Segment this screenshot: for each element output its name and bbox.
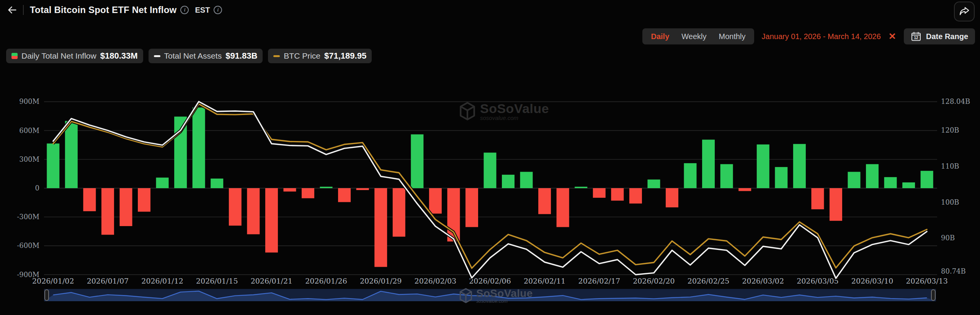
- x-axis-label: 2026/01/26: [305, 277, 347, 285]
- x-axis-label: 2026/01/21: [251, 277, 293, 285]
- inflow-bar[interactable]: [83, 188, 96, 211]
- y-axis-left-label: -600M: [17, 241, 39, 249]
- inflow-bar[interactable]: [775, 167, 787, 188]
- inflow-bar[interactable]: [429, 188, 442, 213]
- inflow-bar[interactable]: [193, 107, 205, 188]
- x-axis-label: 2026/02/25: [688, 277, 730, 285]
- inflow-bar[interactable]: [575, 187, 587, 188]
- y-axis-right-label: 80.74B: [941, 267, 966, 275]
- inflow-bar[interactable]: [702, 139, 715, 188]
- y-axis-right-label: 90B: [941, 234, 955, 242]
- x-axis-label: 2026/01/07: [87, 277, 129, 285]
- inflow-bar[interactable]: [738, 188, 751, 191]
- y-axis-right-label: 128.04B: [941, 97, 970, 105]
- y-axis-left-label: 900M: [19, 97, 39, 105]
- etf-inflow-dashboard: Total Bitcoin Spot ETF Net Inflow i EST …: [0, 0, 980, 315]
- inflow-bar[interactable]: [393, 188, 405, 237]
- x-axis-label: 2026/03/05: [797, 277, 839, 285]
- inflow-bar[interactable]: [666, 188, 678, 207]
- x-axis-label: 2026/02/03: [415, 277, 457, 285]
- x-axis-label: 2026/01/12: [141, 277, 183, 285]
- inflow-bar[interactable]: [720, 164, 733, 188]
- inflow-bar[interactable]: [884, 177, 897, 188]
- inflow-bar[interactable]: [374, 188, 387, 267]
- inflow-bar[interactable]: [119, 188, 132, 226]
- inflow-bar[interactable]: [466, 188, 478, 227]
- inflow-bar[interactable]: [757, 144, 769, 188]
- inflow-bar[interactable]: [302, 188, 314, 198]
- x-axis-label: 2026/02/11: [524, 277, 566, 285]
- inflow-bar[interactable]: [557, 188, 569, 227]
- inflow-bar[interactable]: [265, 188, 278, 253]
- inflow-bar[interactable]: [65, 121, 78, 188]
- inflow-bar[interactable]: [629, 188, 642, 203]
- x-axis-label: 2026/02/06: [469, 277, 511, 285]
- inflow-bar[interactable]: [538, 188, 551, 214]
- x-axis-label: 2026/03/13: [906, 277, 948, 285]
- navigator-right-handle[interactable]: [931, 290, 935, 300]
- inflow-bar[interactable]: [520, 172, 533, 188]
- inflow-bar[interactable]: [502, 175, 514, 188]
- x-axis-label: 2026/03/10: [851, 277, 893, 285]
- inflow-bar[interactable]: [902, 182, 915, 188]
- inflow-bar[interactable]: [611, 188, 624, 201]
- inflow-bar[interactable]: [793, 144, 806, 188]
- inflow-bar[interactable]: [283, 188, 296, 192]
- inflow-bar[interactable]: [647, 179, 660, 188]
- inflow-bar[interactable]: [138, 188, 150, 212]
- inflow-bar[interactable]: [229, 188, 242, 226]
- inflow-bar[interactable]: [247, 188, 260, 234]
- inflow-bar[interactable]: [411, 135, 423, 188]
- x-axis-label: 2026/01/29: [360, 277, 402, 285]
- x-axis-label: 2026/02/20: [633, 277, 675, 285]
- inflow-bar[interactable]: [356, 188, 369, 190]
- y-axis-right-label: 120B: [941, 126, 959, 134]
- inflow-bar[interactable]: [866, 164, 879, 188]
- inflow-bar[interactable]: [921, 171, 933, 188]
- inflow-bar[interactable]: [156, 177, 169, 188]
- x-axis-label: 2026/02/17: [578, 277, 621, 285]
- main-chart[interactable]: 900M600M300M0-300M-600M-900M128.04B120B1…: [0, 0, 980, 315]
- inflow-bar[interactable]: [211, 179, 223, 188]
- y-axis-right-label: 110B: [941, 162, 959, 170]
- inflow-bar[interactable]: [684, 163, 697, 188]
- x-axis-label: 2026/01/15: [196, 277, 238, 285]
- y-axis-left-label: -300M: [17, 213, 39, 221]
- y-axis-left-label: 600M: [19, 126, 39, 135]
- y-axis-left-label: 0: [35, 184, 39, 192]
- inflow-bar[interactable]: [830, 188, 842, 221]
- inflow-bar[interactable]: [484, 153, 497, 188]
- inflow-bar[interactable]: [47, 143, 59, 188]
- y-axis-right-label: 100B: [941, 198, 959, 206]
- inflow-bar[interactable]: [811, 188, 824, 209]
- inflow-bar[interactable]: [593, 188, 606, 198]
- navigator-left-handle[interactable]: [45, 290, 49, 300]
- y-axis-left-label: 300M: [19, 155, 39, 163]
- x-axis-label: 2026/01/02: [32, 277, 74, 285]
- inflow-bar[interactable]: [320, 187, 333, 188]
- inflow-bar[interactable]: [338, 188, 351, 202]
- x-axis-label: 2026/03/02: [742, 277, 784, 285]
- inflow-bar[interactable]: [101, 188, 114, 235]
- inflow-bar[interactable]: [848, 172, 861, 188]
